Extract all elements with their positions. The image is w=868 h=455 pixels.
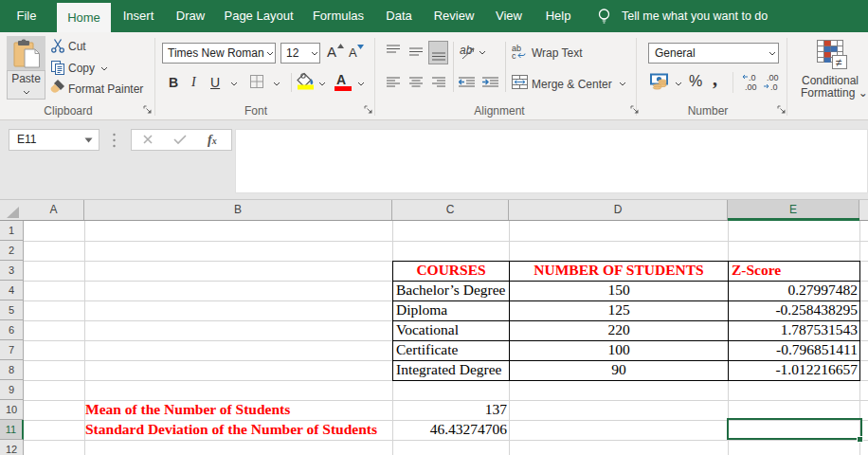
svg-text:≠: ≠ bbox=[836, 56, 842, 69]
svg-text:.00: .00 bbox=[745, 82, 757, 91]
svg-text:.0: .0 bbox=[770, 82, 778, 91]
svg-text:c: c bbox=[512, 51, 516, 60]
svg-text:.0: .0 bbox=[749, 73, 756, 82]
svg-text:.00: .00 bbox=[767, 73, 779, 82]
